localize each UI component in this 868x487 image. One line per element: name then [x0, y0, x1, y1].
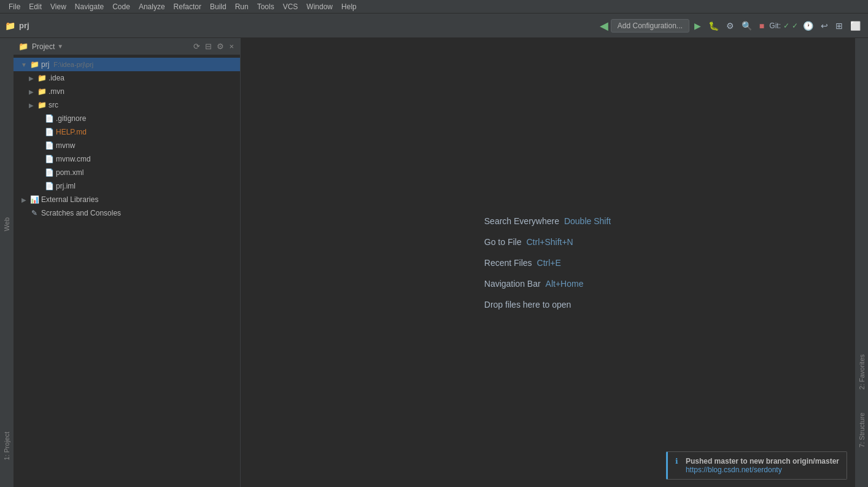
shortcut-goto-file: Go to File Ctrl+Shift+N [484, 237, 573, 247]
tree-item-gitignore[interactable]: ▶ 📄 .gitignore [14, 112, 240, 125]
sidebar-item-project[interactable]: 1: Project [2, 429, 12, 462]
add-configuration-button[interactable]: Add Configuration... [611, 19, 689, 33]
file-icon-mvnwcmd: 📄 [44, 155, 54, 163]
tree-label-src: src [48, 101, 58, 109]
tree-label-mvn: .mvn [48, 87, 64, 96]
coverage-button[interactable]: ⚙ [724, 19, 737, 33]
tree-label-extlibs: External Libraries [41, 195, 98, 204]
project-title: 📁 prj [5, 21, 29, 31]
shortcut-label-gotofile: Go to File [484, 237, 522, 247]
menu-run[interactable]: Run [231, 1, 252, 12]
run-button[interactable]: ▶ [692, 19, 703, 33]
panel-header: 📁 Project ▼ ⟳ ⊟ ⚙ × [14, 38, 240, 55]
menu-analyze[interactable]: Analyze [135, 1, 169, 12]
shortcut-key-gotofile: Ctrl+Shift+N [526, 237, 573, 247]
tree-label-scratches: Scratches and Consoles [41, 209, 121, 217]
shortcuts-container: Search Everywhere Double Shift Go to Fil… [484, 216, 611, 310]
menu-build[interactable]: Build [206, 1, 230, 12]
file-icon-gitignore: 📄 [44, 114, 54, 123]
menu-vcs[interactable]: VCS [279, 1, 302, 12]
left-edge-web: Web [0, 215, 14, 233]
panel-folder-icon: 📁 [18, 42, 28, 51]
arrow-mvn: ▶ [28, 88, 35, 95]
project-folder-icon: 📁 [5, 21, 15, 31]
tree-item-pomxml[interactable]: ▶ 📄 pom.xml [14, 166, 240, 179]
collapse-all-icon[interactable]: ⊟ [204, 41, 213, 52]
sync-icon[interactable]: ⟳ [192, 41, 201, 52]
tree-label-pomxml: pom.xml [56, 168, 83, 177]
tree-label-mvnwcmd: mvnw.cmd [56, 155, 91, 163]
file-icon-prjiml: 📄 [44, 182, 54, 190]
menu-code[interactable]: Code [109, 1, 134, 12]
debug-button[interactable]: 🐛 [706, 19, 721, 33]
tree-item-prjiml[interactable]: ▶ 📄 prj.iml [14, 179, 240, 193]
stop-button[interactable]: ■ [757, 19, 767, 33]
git-checkmark-1: ✓ [783, 21, 789, 30]
extlibs-icon: 📊 [29, 195, 39, 204]
profile-button[interactable]: 🔍 [739, 19, 754, 33]
git-checkmark-2: ✓ [792, 21, 798, 30]
tree-item-prj[interactable]: ▼ 📁 prj F:\idea-prj\prj [14, 58, 240, 71]
file-tree: ▼ 📁 prj F:\idea-prj\prj ▶ 📁 .idea ▶ 📁 .m… [14, 55, 240, 487]
arrow-prj: ▼ [20, 61, 28, 68]
tree-label-prj: prj [41, 60, 49, 69]
back-icon[interactable]: ◀ [600, 19, 608, 33]
arrow-idea: ▶ [28, 75, 35, 82]
menu-file[interactable]: File [5, 1, 24, 12]
shortcut-key-search: Double Shift [564, 216, 611, 226]
folder-icon-src: 📁 [37, 101, 47, 109]
folder-icon-prj: 📁 [29, 60, 39, 69]
notification-info-icon: ℹ [675, 457, 678, 466]
settings-icon[interactable]: ⚙ [215, 41, 225, 52]
sidebar-item-web[interactable]: Web [2, 215, 12, 233]
project-name: prj [19, 21, 29, 30]
scratches-icon: ✎ [29, 209, 39, 217]
menu-tools[interactable]: Tools [254, 1, 278, 12]
shortcut-drop-files: Drop files here to open [484, 300, 572, 310]
close-panel-icon[interactable]: × [228, 41, 235, 52]
tree-label-mvnw: mvnw [56, 141, 75, 150]
shortcut-label-dropfiles: Drop files here to open [484, 300, 572, 310]
tree-item-extlibs[interactable]: ▶ 📊 External Libraries [14, 193, 240, 206]
menu-window[interactable]: Window [303, 1, 336, 12]
tree-item-mvnwcmd[interactable]: ▶ 📄 mvnw.cmd [14, 152, 240, 166]
panel-title: Project ▼ [32, 42, 63, 51]
panel-chevron-icon[interactable]: ▼ [57, 43, 63, 50]
tree-item-helpmd[interactable]: ▶ 📄 HELP.md [14, 125, 240, 139]
menu-help[interactable]: Help [338, 1, 360, 12]
git-label: Git: [769, 21, 781, 30]
shortcut-label-search: Search Everywhere [484, 216, 559, 226]
folder-icon-idea: 📁 [37, 74, 47, 82]
tree-item-idea[interactable]: ▶ 📁 .idea [14, 71, 240, 85]
main-layout: 1: Project 📁 Project ▼ ⟳ ⊟ ⚙ × ▼ 📁 [0, 38, 868, 487]
maximize-editor-button[interactable]: ⬜ [848, 19, 863, 33]
arrow-extlibs: ▶ [20, 197, 28, 203]
sidebar-item-structure[interactable]: 7: Structure [857, 410, 867, 450]
main-content: Search Everywhere Double Shift Go to Fil… [241, 38, 854, 487]
tree-item-scratches[interactable]: ▶ ✎ Scratches and Consoles [14, 206, 240, 220]
shortcut-label-recent: Recent Files [484, 258, 532, 268]
project-panel: 📁 Project ▼ ⟳ ⊟ ⚙ × ▼ 📁 prj F:\idea-prj\… [14, 38, 241, 487]
menu-bar: File Edit View Navigate Code Analyze Ref… [0, 0, 868, 14]
tree-item-mvnw[interactable]: ▶ 📄 mvnw [14, 139, 240, 152]
tree-item-mvn[interactable]: ▶ 📁 .mvn [14, 85, 240, 98]
file-icon-mvnw: 📄 [44, 141, 54, 150]
folder-icon-mvn: 📁 [37, 87, 47, 96]
layout-button[interactable]: ⊞ [833, 19, 845, 33]
toolbar: 📁 prj ◀ Add Configuration... ▶ 🐛 ⚙ 🔍 ■ G… [0, 14, 868, 38]
menu-refactor[interactable]: Refactor [170, 1, 205, 12]
notification-panel: ℹ Pushed master to new branch origin/mas… [666, 451, 847, 480]
arrow-src: ▶ [28, 102, 35, 109]
tree-item-src[interactable]: ▶ 📁 src [14, 98, 240, 112]
notification-title: Pushed master to new branch origin/maste… [686, 457, 839, 466]
shortcut-key-navbar: Alt+Home [546, 279, 584, 289]
undo-button[interactable]: ↩ [818, 19, 831, 33]
file-icon-pomxml: 📄 [44, 168, 54, 177]
menu-edit[interactable]: Edit [25, 1, 45, 12]
menu-navigate[interactable]: Navigate [71, 1, 107, 12]
sidebar-item-favorites[interactable]: 2: Favorites [857, 352, 867, 392]
history-button[interactable]: 🕐 [800, 19, 816, 33]
notification-link[interactable]: https://blog.csdn.net/serdonty [686, 466, 839, 474]
shortcut-label-navbar: Navigation Bar [484, 279, 541, 289]
menu-view[interactable]: View [47, 1, 70, 12]
